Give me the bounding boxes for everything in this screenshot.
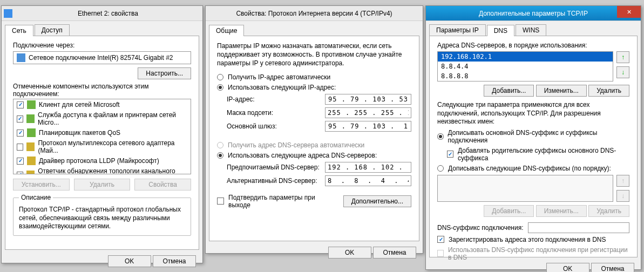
- gw-label: Основной шлюз:: [227, 123, 321, 130]
- mask-input[interactable]: [325, 107, 411, 118]
- adapter-display: Сетевое подключение Intel(R) 82574L Giga…: [13, 51, 191, 64]
- dns-item[interactable]: 8.8.4.4: [438, 62, 613, 71]
- properties-button: Свойства: [134, 179, 191, 191]
- tab-access[interactable]: Доступ: [35, 24, 70, 36]
- tab-ip-params[interactable]: Параметры IP: [429, 24, 486, 36]
- window1-title: Ethernet 2: свойства: [16, 10, 200, 17]
- dns-server-list[interactable]: 192.168.102.1 8.8.4.4 8.8.8.8: [437, 51, 613, 81]
- ip-input[interactable]: [325, 94, 411, 105]
- ip-label: IP-адрес:: [227, 96, 321, 103]
- dns-item[interactable]: 8.8.8.8: [438, 71, 613, 81]
- component-icon: [27, 128, 36, 137]
- register-label: Зарегистрировать адреса этого подключени…: [449, 236, 606, 243]
- gateway-input[interactable]: [325, 121, 411, 132]
- window3-title: Дополнительные параметры TCP/IP: [428, 10, 639, 17]
- tab-wins[interactable]: WINS: [516, 24, 546, 36]
- dns1-label: Предпочитаемый DNS-сервер:: [227, 164, 321, 171]
- adapter-icon: [17, 53, 25, 62]
- component-icon: [26, 171, 35, 174]
- move-down-button[interactable]: ↓: [616, 66, 629, 78]
- conn-suffix-input[interactable]: [528, 222, 630, 233]
- description-text: Протокол TCP/IP - стандартный протокол г…: [19, 206, 185, 231]
- radio-ip-manual[interactable]: [217, 84, 223, 91]
- window3-titlebar[interactable]: Дополнительные параметры TCP/IP ✕: [426, 6, 641, 21]
- dns-item[interactable]: 192.168.102.1: [438, 52, 613, 62]
- delete-dns-button[interactable]: Удалить: [588, 85, 629, 97]
- tab-network[interactable]: Сеть: [5, 25, 33, 36]
- validate-checkbox[interactable]: [217, 198, 224, 205]
- suffix-custom-label: Дописывать следующие DNS-суффиксы (по по…: [448, 165, 611, 172]
- adapter-name: Сетевое подключение Intel(R) 82574L Giga…: [29, 54, 173, 62]
- edit-suffix-button: Изменить...: [536, 205, 587, 217]
- dns-list-label: Адреса DNS-серверов, в порядке использов…: [437, 42, 629, 49]
- cancel-button[interactable]: Отмена: [373, 247, 416, 259]
- radio-suffix-custom[interactable]: [437, 165, 444, 172]
- checkbox[interactable]: [17, 115, 23, 123]
- list-item[interactable]: Планировщик пакетов QoS: [13, 127, 191, 138]
- dns2-input[interactable]: [325, 175, 411, 186]
- connect-via-label: Подключение через:: [13, 42, 191, 49]
- suffix-intro: Следующие три параметра применяются для …: [437, 101, 629, 126]
- component-icon: [26, 114, 35, 123]
- cancel-button[interactable]: Отмена: [591, 263, 634, 272]
- configure-button[interactable]: Настроить...: [138, 67, 191, 79]
- ip-manual-label: Использовать следующий IP-адрес:: [228, 84, 336, 91]
- checkbox[interactable]: [17, 158, 24, 165]
- remove-button: Удалить: [74, 179, 131, 191]
- ok-button[interactable]: OK: [546, 263, 589, 272]
- components-list[interactable]: Клиент для сетей Microsoft Служба доступ…: [13, 99, 191, 174]
- radio-dns-auto: [217, 142, 223, 148]
- list-item[interactable]: Клиент для сетей Microsoft: [13, 99, 191, 110]
- cancel-button[interactable]: Отмена: [153, 255, 196, 267]
- advanced-button[interactable]: Дополнительно...: [343, 195, 411, 207]
- components-label: Отмеченные компоненты используются этим …: [13, 83, 191, 98]
- checkbox[interactable]: [17, 130, 24, 137]
- validate-label: Подтвердить параметры при выходе: [228, 194, 339, 209]
- list-item[interactable]: Ответчик обнаружения топологии канальног…: [13, 166, 191, 174]
- list-item[interactable]: Драйвер протокола LLDP (Майкрософт): [13, 155, 191, 166]
- move-up-button[interactable]: ↑: [616, 51, 629, 63]
- move-down-button: ↓: [616, 190, 629, 202]
- dns-auto-label: Получить адрес DNS-сервера автоматически: [228, 141, 364, 149]
- component-icon: [27, 100, 36, 109]
- ok-button[interactable]: OK: [108, 255, 151, 267]
- intro-text: Параметры IP можно назначать автоматичес…: [217, 42, 411, 68]
- list-item[interactable]: Служба доступа к файлам и принтерам сете…: [13, 110, 191, 127]
- use-suffix-label: Использовать DNS-суффикс подключения при…: [448, 246, 629, 261]
- window2-title: Свойства: Протокол Интернета версии 4 (T…: [208, 10, 421, 17]
- radio-suffix-primary[interactable]: [437, 133, 444, 140]
- move-up-button: ↑: [616, 175, 629, 187]
- close-button[interactable]: ✕: [617, 6, 641, 18]
- tab-dns[interactable]: DNS: [487, 25, 514, 36]
- radio-dns-manual[interactable]: [217, 152, 223, 159]
- add-dns-button[interactable]: Добавить...: [484, 85, 534, 97]
- suffix-parent-label: Добавлять родительские суффиксы основног…: [458, 147, 629, 162]
- dns-manual-label: Использовать следующие адреса DNS-сервер…: [228, 152, 377, 159]
- list-item[interactable]: Протокол мультиплексора сетевого адаптер…: [13, 138, 191, 155]
- conn-suffix-label: DNS-суффикс подключения:: [437, 224, 524, 232]
- ip-auto-label: Получить IP-адрес автоматически: [228, 73, 330, 81]
- delete-suffix-button: Удалить: [588, 205, 629, 217]
- component-icon: [27, 157, 36, 165]
- window2-titlebar[interactable]: Свойства: Протокол Интернета версии 4 (T…: [206, 6, 423, 21]
- checkbox[interactable]: [17, 172, 23, 175]
- checkbox-use-suffix: [437, 250, 444, 257]
- add-suffix-button: Добавить...: [484, 205, 534, 217]
- suffix-list: [437, 175, 613, 202]
- install-button: Установить...: [13, 179, 70, 191]
- checkbox-register[interactable]: [437, 236, 444, 243]
- dns1-input[interactable]: [325, 162, 411, 173]
- ok-button[interactable]: OK: [328, 247, 371, 259]
- component-icon: [26, 142, 35, 151]
- checkbox-suffix-parent[interactable]: [447, 151, 453, 158]
- description-group: Описание Протокол TCP/IP - стандартный п…: [13, 194, 191, 236]
- ethernet-icon: [4, 9, 12, 18]
- checkbox[interactable]: [17, 101, 24, 108]
- edit-dns-button[interactable]: Изменить...: [536, 85, 587, 97]
- window1-titlebar[interactable]: Ethernet 2: свойства: [2, 6, 202, 21]
- dns2-label: Альтернативный DNS-сервер:: [227, 177, 321, 185]
- radio-ip-auto[interactable]: [217, 74, 223, 80]
- tab-general[interactable]: Общие: [209, 25, 244, 36]
- checkbox[interactable]: [17, 144, 23, 151]
- description-legend: Описание: [19, 194, 53, 201]
